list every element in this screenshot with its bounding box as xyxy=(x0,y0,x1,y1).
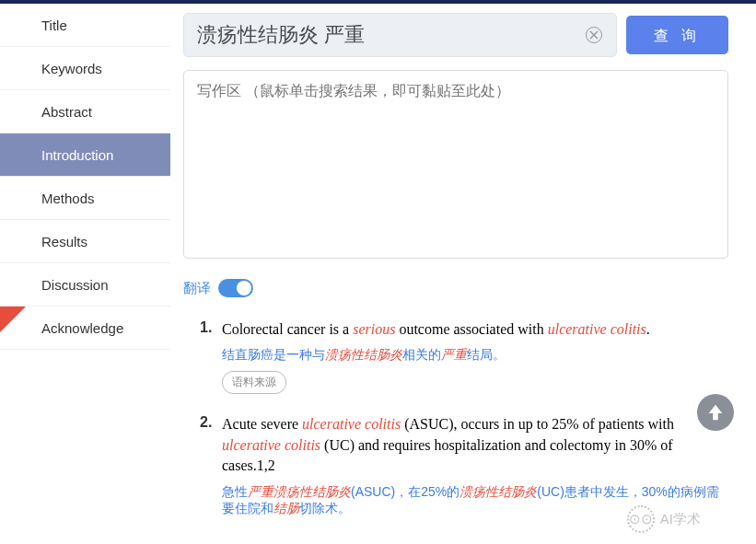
results-list: 1. Colorectal cancer is a serious outcom… xyxy=(183,319,728,517)
clear-icon[interactable] xyxy=(586,27,602,43)
sidebar-item-label: Acknowledge xyxy=(41,320,123,336)
translate-row: 翻译 xyxy=(183,279,728,297)
wechat-icon: ⊙⊙ xyxy=(627,505,655,533)
translate-toggle[interactable] xyxy=(218,279,253,297)
watermark: ⊙⊙ AI学术 xyxy=(627,505,701,533)
sidebar-item-introduction[interactable]: Introduction xyxy=(0,133,170,177)
result-index: 2. xyxy=(200,414,216,476)
layout: Title Keywords Abstract Introduction Met… xyxy=(0,4,756,544)
result-english[interactable]: Acute severe ulcerative colitis (ASUC), … xyxy=(222,414,728,476)
search-input[interactable] xyxy=(183,13,617,57)
result-item: 1. Colorectal cancer is a serious outcom… xyxy=(200,319,728,394)
result-english[interactable]: Colorectal cancer is a serious outcome a… xyxy=(222,319,728,340)
result-chinese: 结直肠癌是一种与溃疡性结肠炎相关的严重结局。 xyxy=(222,347,728,364)
sidebar-item-keywords[interactable]: Keywords xyxy=(0,47,170,90)
sidebar-item-discussion[interactable]: Discussion xyxy=(0,263,170,307)
source-button[interactable]: 语料来源 xyxy=(222,371,286,394)
sidebar-item-abstract[interactable]: Abstract xyxy=(0,90,170,133)
search-row: 查 询 xyxy=(183,13,728,57)
arrow-up-icon xyxy=(705,402,726,422)
sidebar: Title Keywords Abstract Introduction Met… xyxy=(0,4,170,544)
sidebar-item-results[interactable]: Results xyxy=(0,220,170,263)
sidebar-item-acknowledge[interactable]: NEW Acknowledge xyxy=(0,307,170,350)
translate-label: 翻译 xyxy=(183,280,211,297)
back-to-top-button[interactable] xyxy=(697,394,734,431)
search-button[interactable]: 查 询 xyxy=(626,16,728,54)
result-item: 2. Acute severe ulcerative colitis (ASUC… xyxy=(200,414,728,516)
result-index: 1. xyxy=(200,319,216,340)
writing-area[interactable] xyxy=(183,70,728,259)
sidebar-item-title[interactable]: Title xyxy=(0,4,170,47)
sidebar-item-methods[interactable]: Methods xyxy=(0,177,170,220)
new-badge-icon: NEW xyxy=(0,307,26,332)
main-content: 查 询 翻译 1. Colorectal cancer is a serious… xyxy=(170,4,756,544)
